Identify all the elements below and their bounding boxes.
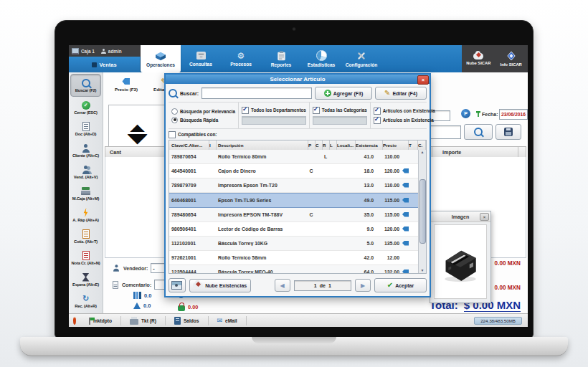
scroll-thumb[interactable] [419,179,426,244]
dialog-close-button[interactable] [417,75,429,85]
hourglass-icon [82,273,90,282]
search-button[interactable] [464,124,493,140]
sidebar-item-mcaja[interactable]: M.Caja (Alt+M) [69,183,103,204]
imagen-close-button[interactable] [480,213,489,221]
laptop-base [20,337,568,356]
stat-items: 0.0 [133,292,151,299]
sidebar-item-recuperar[interactable]: ↻ Rec. (Alt+R) [69,290,103,312]
checkbox-departamentos[interactable]: Todos los Departamentos [242,107,306,114]
tag-icon [402,198,409,203]
precio-button[interactable]: Precio (F3) [115,77,138,92]
aceptar-button[interactable]: ✔ Aceptar [374,278,427,292]
p-circle-icon [461,109,470,118]
checkbox-sin-existencia[interactable]: Artículos sin Existencia [374,117,435,124]
tab-reportes[interactable]: Reportes [261,45,301,72]
articles-table: Clave/C.Alter... I Descripción P C R L L… [169,140,427,274]
dialog-titlebar[interactable]: Seleccionar Artículo [166,75,430,84]
modal-editar-button[interactable]: ✎ Editar (F4) [375,87,427,100]
fecha-value[interactable]: 23/06/2016 [499,109,528,120]
page-next-button[interactable]: ▶ [355,279,371,292]
sidebar-item-cotizacion[interactable]: Cotiz. (Alt+T) [69,226,103,247]
sicar-diamond-logo: ◆ [128,121,148,144]
table-row[interactable]: 112102001Báscula Torrey 10KG5.0135.00 [169,237,418,251]
tab-procesos[interactable]: ⚙ Procesos [221,45,261,72]
sidebar-item-vendedor[interactable]: Vend. (Alt+V) [69,161,103,183]
sidebar-item-doc[interactable]: Doc (Alt+D) [69,118,103,140]
departamentos-combo[interactable] [242,116,306,125]
gear-icon: ⚙ [237,52,245,60]
scroll-up-icon[interactable]: ▲ [421,151,425,154]
nube-sicar-button[interactable]: Nube SICAR [463,53,494,65]
radio-relevancia[interactable]: Búsqueda por Relevancia [171,108,235,115]
plus-circle-icon [324,90,331,97]
status-item-ticket[interactable]: Tkt (R) [121,316,166,325]
scroll-down-icon[interactable]: ▼ [421,269,425,272]
envelope-icon: ✉ [217,318,223,324]
nube-existencias-button[interactable]: Nube Existencias [189,279,251,292]
laptop-frame: Caja 1 admin Ventas Operaciones Consul [54,20,534,338]
table-row[interactable]: 123504444Báscula Torrey MFQ-4064.0132.00 [169,265,418,273]
checkbox-categorias[interactable]: Todas las Categorías [313,107,367,114]
quote-document-icon [82,229,90,239]
ok-circle-icon [82,101,90,110]
imagen-panel-titlebar: Imagen [430,211,490,222]
buscar-label: Buscar: [180,91,199,96]
departamentos-filter: Todos los Departamentos [239,103,310,128]
image-button[interactable] [169,278,186,292]
cloud-icon [473,53,483,59]
dialog-footer: Nube Existencias ◀ 1 de 1 ▶ ✔ Aceptar [169,278,427,292]
cant-header: Cant [105,149,121,156]
sidebar-item-cerrar[interactable]: Cerrar (ESC) [69,97,103,118]
printer-icon [130,319,138,325]
table-row[interactable]: 789879709Impresora Epson Tm-T2013.0110.0… [169,178,418,193]
floppy-disk-icon [504,128,513,136]
sidebar-item-nota-credito[interactable]: Nota Cr. (Alt+N) [69,247,103,269]
checkbox-icon [374,108,381,115]
table-row[interactable]: 980506401Lector de Código de Barras9.012… [169,222,418,237]
info-sicar-button[interactable]: Info SICAR [495,51,527,67]
left-sidebar: Buscar (F2) Cerrar (ESC) Doc (Alt+D) Cli… [69,72,103,313]
sidebar-item-buscar[interactable]: Buscar (F2) [70,74,101,97]
status-item-email[interactable]: ✉ eMail [209,316,247,325]
compatibles-row[interactable]: Compatibles con: [169,129,427,140]
checkbox-icon [374,117,381,124]
table-row-selected[interactable]: 640468001Epson Tm-TL90 Series49.0115.00 [169,193,418,208]
tab-consultas[interactable]: Consultas [181,45,221,72]
page-prev-button[interactable]: ◀ [275,279,290,292]
page-indicator[interactable]: 1 de 1 [294,280,351,291]
client-icon [82,144,90,153]
stat-weight: 0.0 [133,302,151,309]
page-background: Caja 1 admin Ventas Operaciones Consul [0,0,588,367]
recover-arrow-icon: ↻ [82,295,89,302]
tab-configuracion[interactable]: Configuración [341,45,381,72]
status-item-saldos[interactable]: Saldos [166,316,209,325]
sync-indicator[interactable] [69,318,80,323]
table-scrollbar[interactable]: ▲ ▼ [418,150,426,273]
filter-panel: Búsqueda por Relevancia Búsqueda Rápida … [169,102,427,129]
table-row[interactable]: 789480654Impresora EPSON TM-T88VC35.0115… [169,208,418,222]
pie-chart-icon [316,50,327,61]
p-button[interactable] [461,109,470,118]
checkbox-con-existencia[interactable]: Artículos con Existencia [374,108,435,115]
tab-estadisticas[interactable]: Estadísticas [301,45,341,72]
status-item-mktdpto[interactable]: mktdpto [80,316,121,325]
categorias-combo[interactable] [313,116,367,125]
save-button[interactable] [495,124,521,140]
sidebar-item-cliente[interactable]: Cliente (Alt+C) [69,140,103,161]
modal-search-input[interactable] [201,87,312,99]
tag-icon [402,270,409,274]
sicar-app-window: Caja 1 admin Ventas Operaciones Consul [69,45,528,327]
tab-ventas[interactable]: Ventas [69,57,141,72]
table-row[interactable]: 972621001Rollo Termico 58mm42.012.00 [169,251,418,265]
pencil-icon: ✎ [384,90,390,97]
table-row[interactable]: 464540001Cajon de DineroC18.0120.00 [169,164,418,178]
importe-header: Importe [442,147,461,158]
sidebar-item-espera[interactable]: Espera (Alt+E) [69,269,103,290]
agregar-button[interactable]: Agregar (F3) [315,87,372,100]
tag-icon [402,168,409,173]
radio-rapida[interactable]: Búsqueda Rápida [171,117,235,123]
station-name: Caja 1 [81,49,95,54]
sidebar-item-articulo-rapido[interactable]: A. Ráp (Alt+A) [69,204,103,226]
tab-operaciones[interactable]: Operaciones [141,45,181,72]
table-row[interactable]: 789870654Rollo Termico 80mmL41.0110.00 [169,150,418,164]
